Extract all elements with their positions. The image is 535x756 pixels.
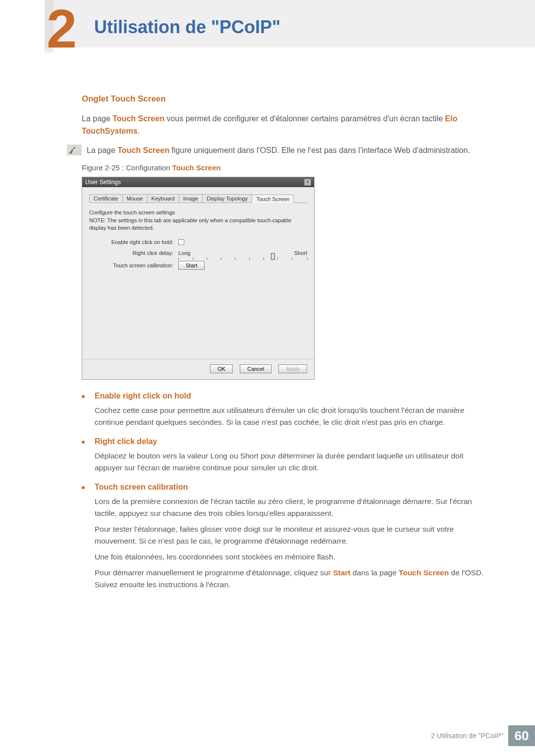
bullet-text: Déplacez le bouton vers la valeur Long o… bbox=[95, 450, 485, 474]
tab-mouse[interactable]: Mouse bbox=[122, 194, 148, 202]
user-settings-window: User Settings × Certificate Mouse Keyboa… bbox=[82, 177, 315, 379]
footer-text: 2 Utilisation de "PCoIP" bbox=[431, 732, 503, 740]
bullet-title: Right click delay bbox=[95, 437, 485, 446]
chapter-title: Utilisation de "PCoIP" bbox=[94, 17, 280, 38]
tab-certificate[interactable]: Certificate bbox=[89, 194, 123, 202]
slider-thumb[interactable] bbox=[271, 253, 275, 260]
figure-caption: Figure 2-25 : Configuration Touch Screen bbox=[82, 163, 485, 172]
tab-display-topology[interactable]: Display Topology bbox=[202, 194, 252, 202]
svg-rect-0 bbox=[67, 145, 82, 155]
touch-screen-label: Touch Screen bbox=[172, 163, 221, 172]
text: vous permet de configurer et d'étalonner… bbox=[164, 114, 445, 123]
list-item: Right click delay Déplacez le bouton ver… bbox=[82, 437, 485, 478]
text: La page bbox=[87, 146, 117, 154]
tab-image[interactable]: Image bbox=[179, 194, 203, 202]
text: Pour démarrer manuellement le programme … bbox=[95, 568, 333, 577]
page-number: 60 bbox=[508, 725, 535, 746]
window-title: User Settings bbox=[85, 179, 121, 186]
slider-long-label: Long bbox=[178, 250, 190, 256]
bullet-icon bbox=[82, 486, 85, 489]
intro-paragraph: La page Touch Screen vous permet de conf… bbox=[82, 113, 485, 138]
cancel-button[interactable]: Cancel bbox=[240, 364, 271, 373]
bullet-text: Pour démarrer manuellement le programme … bbox=[95, 567, 485, 591]
note-text: La page Touch Screen figure uniquement d… bbox=[87, 145, 470, 157]
bullet-icon bbox=[82, 441, 85, 444]
bullet-icon bbox=[82, 395, 85, 398]
start-button[interactable]: Start bbox=[178, 261, 205, 270]
right-click-delay-slider[interactable]: Long Short bbox=[178, 250, 307, 256]
row-calibration: Touch screen calibration: Start bbox=[89, 261, 307, 270]
window-body: Certificate Mouse Keyboard Image Display… bbox=[82, 187, 314, 358]
bullet-text: Une fois étalonnées, les coordonnées son… bbox=[95, 551, 485, 563]
row-right-click-delay: Right click delay: Long Short bbox=[89, 250, 307, 256]
tab-touch-screen[interactable]: Touch Screen bbox=[252, 195, 294, 203]
text: Figure 2-25 : Configuration bbox=[82, 163, 172, 172]
start-label: Start bbox=[333, 568, 350, 577]
bullet-list: Enable right click on hold Cochez cette … bbox=[82, 392, 485, 595]
tabs: Certificate Mouse Keyboard Image Display… bbox=[89, 194, 307, 203]
list-item: Enable right click on hold Cochez cette … bbox=[82, 392, 485, 432]
section-heading: Onglet Touch Screen bbox=[82, 94, 485, 104]
tab-keyboard[interactable]: Keyboard bbox=[147, 194, 179, 202]
text: dans la page bbox=[350, 568, 398, 577]
bullet-text: Pour tester l'étalonnage, faites glisser… bbox=[95, 523, 485, 547]
slider-short-label: Short bbox=[294, 250, 307, 256]
row-enable-right-click: Enable right click on hold: bbox=[89, 239, 307, 245]
note-icon bbox=[67, 145, 82, 155]
content: Onglet Touch Screen La page Touch Screen… bbox=[82, 94, 485, 600]
list-item: Touch screen calibration Lors de la prem… bbox=[82, 483, 485, 595]
touch-screen-label: Touch Screen bbox=[112, 114, 164, 123]
window-actions: OK Cancel Apply bbox=[82, 359, 314, 379]
window-titlebar: User Settings × bbox=[82, 177, 314, 187]
label: Enable right click on hold: bbox=[89, 239, 178, 245]
enable-right-click-checkbox[interactable] bbox=[178, 239, 184, 245]
text: Configure the touch screen settings bbox=[89, 209, 307, 216]
footer: 2 Utilisation de "PCoIP" 60 bbox=[431, 725, 535, 746]
label: Touch screen calibration: bbox=[89, 262, 178, 268]
close-icon[interactable]: × bbox=[304, 179, 311, 186]
ok-button[interactable]: OK bbox=[210, 364, 233, 373]
chapter-number: 2 bbox=[47, 0, 77, 60]
text: La page bbox=[82, 114, 112, 123]
bullet-text: Cochez cette case pour permettre aux uti… bbox=[95, 404, 485, 428]
note-row: La page Touch Screen figure uniquement d… bbox=[67, 145, 485, 157]
touch-screen-label: Touch Screen bbox=[117, 146, 169, 154]
bullet-title: Touch screen calibration bbox=[95, 483, 485, 492]
apply-button[interactable]: Apply bbox=[278, 364, 307, 373]
text: . bbox=[138, 127, 140, 135]
label: Right click delay: bbox=[89, 250, 178, 256]
text: figure uniquement dans l'OSD. Elle ne l'… bbox=[169, 146, 470, 154]
bullet-text: Lors de la première connexion de l'écran… bbox=[95, 496, 485, 519]
config-description: Configure the touch screen settings NOTE… bbox=[89, 209, 307, 232]
touch-screen-label: Touch Screen bbox=[399, 568, 449, 577]
text: NOTE: The settings in this tab are appli… bbox=[89, 217, 307, 232]
bullet-title: Enable right click on hold bbox=[95, 392, 485, 401]
